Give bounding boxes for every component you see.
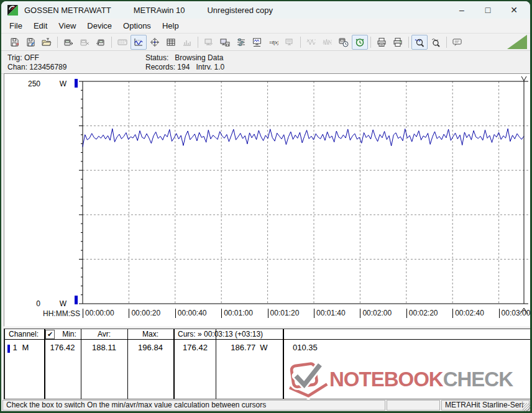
menu-help[interactable]: Help xyxy=(157,20,185,32)
minmax-checkbox[interactable]: ✔ xyxy=(45,330,55,339)
hints-button[interactable] xyxy=(449,35,466,50)
time-tick-label: 00:00:00 xyxy=(83,309,114,318)
device-memory-button xyxy=(282,35,298,50)
save-selection-icon xyxy=(25,37,35,47)
timer-settings-icon xyxy=(339,37,349,47)
trigger-level-button xyxy=(303,35,319,50)
svg-text:W: W xyxy=(60,299,67,308)
device-offline-button xyxy=(76,35,93,50)
store-to-disk-button[interactable] xyxy=(217,35,233,50)
histogram-view-button xyxy=(179,35,195,50)
channel-color-marker xyxy=(7,345,10,353)
table-view-icon xyxy=(166,37,176,47)
chart-view-button[interactable] xyxy=(131,35,147,50)
cursor1-value: 176.42 xyxy=(175,343,216,353)
cursor-bottom-handle[interactable] xyxy=(519,306,529,315)
read-from-device-icon xyxy=(63,37,73,47)
print-preview-button[interactable] xyxy=(374,35,390,50)
time-tick-label: 00:01:00 xyxy=(221,309,253,318)
device-memory-icon xyxy=(285,37,295,47)
save-selection-button[interactable] xyxy=(22,35,39,50)
open-file-icon xyxy=(42,37,52,47)
cursor-header: Curs: » 00:03:13 (+03:13) xyxy=(178,329,263,339)
time-axis-labels: HH:MM:SS00:00:0000:00:2000:00:4000:01:00… xyxy=(4,309,528,319)
svg-text:=f(x): =f(x) xyxy=(269,40,278,45)
toolbar-separator xyxy=(111,37,112,48)
trigger-level-icon xyxy=(306,37,316,47)
notebookcheck-watermark: NOTEBOOKCHECK xyxy=(288,360,513,399)
time-tick-label: 00:00:20 xyxy=(129,309,160,318)
cursor2-value: 186.77 W xyxy=(216,343,283,353)
print-button[interactable] xyxy=(390,35,406,50)
channel-list: Chan: 123456789 xyxy=(7,63,66,71)
max-value: 196.84 xyxy=(127,343,173,353)
toolbar-separator xyxy=(57,37,58,48)
transfer-monitor-icon xyxy=(204,37,214,47)
status-spacer xyxy=(387,400,440,411)
menu-file[interactable]: File xyxy=(4,20,28,32)
zoom-free-icon xyxy=(431,37,441,47)
timer-active-button[interactable] xyxy=(352,35,368,50)
chart-panel[interactable]: 250W0W HH:MM:SS00:00:0000:00:2000:00:400… xyxy=(4,73,530,327)
menu-device[interactable]: Device xyxy=(81,20,117,32)
info-panel: Trig: OFF Chan: 123456789 Status: Browsi… xyxy=(1,51,530,74)
formula-icon: =f(x) xyxy=(268,37,278,47)
menu-view[interactable]: View xyxy=(53,20,81,32)
table-view-button[interactable] xyxy=(163,35,179,50)
title-bar[interactable]: GOSSEN METRAWATT METRAwin 10 Unregistere… xyxy=(1,1,530,19)
avr-value: 188.11 xyxy=(81,343,127,353)
formula-button[interactable]: =f(x) xyxy=(265,35,282,50)
print-icon xyxy=(393,37,403,47)
product-title: METRAwin 10 xyxy=(134,6,185,15)
power-trend-chart[interactable]: 250W0W xyxy=(4,74,528,309)
trigger-status: Trig: OFF xyxy=(7,53,39,62)
delta-value: 010.35 xyxy=(284,343,336,353)
max-header: Max: xyxy=(127,329,173,339)
device-offline-icon xyxy=(80,37,89,47)
svg-text:250: 250 xyxy=(28,79,40,88)
save-data-button[interactable] xyxy=(6,35,22,50)
time-tick-label: 00:01:40 xyxy=(314,309,346,318)
channel-setup-button[interactable] xyxy=(233,35,249,50)
zoom-time-icon xyxy=(415,37,424,47)
trigger-window-button xyxy=(319,35,336,50)
close-icon[interactable]: ✕ xyxy=(509,5,519,15)
app-title: GOSSEN METRAWATT xyxy=(24,6,111,15)
records-info: Records: 194 Intrv. 1.0 xyxy=(145,63,224,71)
device-name: METRAHit Starline-Seri xyxy=(441,400,530,411)
send-to-device-button[interactable] xyxy=(93,35,109,50)
histogram-view-icon xyxy=(182,37,192,47)
zoom-free-button[interactable] xyxy=(428,35,444,50)
read-from-device-button[interactable] xyxy=(60,35,76,50)
chart-view-icon xyxy=(134,37,144,47)
min-header: Min: xyxy=(58,329,81,339)
watermark-text-secondary: CHECK xyxy=(443,368,513,391)
hints-icon xyxy=(452,37,462,47)
open-file-button[interactable] xyxy=(39,35,55,50)
print-preview-icon xyxy=(377,37,387,47)
scope-view-button[interactable] xyxy=(147,35,163,50)
minimize-icon[interactable]: – xyxy=(457,5,467,15)
timer-settings-button[interactable] xyxy=(336,35,352,50)
watermark-text-primary: NOTEBOOK xyxy=(329,368,443,391)
numeric-view-icon xyxy=(117,37,127,47)
min-value: 176.42 xyxy=(44,343,81,353)
zoom-time-button[interactable] xyxy=(411,35,428,50)
app-logo-icon xyxy=(7,5,18,16)
notebookcheck-laptop-icon xyxy=(288,360,329,399)
window-controls: – □ ✕ xyxy=(457,5,524,15)
green-corner-triangle xyxy=(507,35,527,49)
maximize-icon[interactable]: □ xyxy=(483,5,493,15)
channel-number: 1 xyxy=(11,343,19,353)
menu-options[interactable]: Options xyxy=(117,20,157,32)
save-data-icon xyxy=(9,37,19,47)
online-monitor-button[interactable] xyxy=(249,35,265,50)
resize-grip[interactable] xyxy=(522,403,530,411)
menu-edit[interactable]: Edit xyxy=(28,20,53,32)
time-tick-label: 00:02:20 xyxy=(406,309,438,318)
send-to-device-icon xyxy=(96,37,106,47)
time-tick-label: 00:01:20 xyxy=(268,309,300,318)
metrawin-window: GOSSEN METRAWATT METRAwin 10 Unregistere… xyxy=(1,1,530,411)
desktop-background: GOSSEN METRAWATT METRAwin 10 Unregistere… xyxy=(0,0,532,413)
numeric-view-button xyxy=(114,35,131,50)
